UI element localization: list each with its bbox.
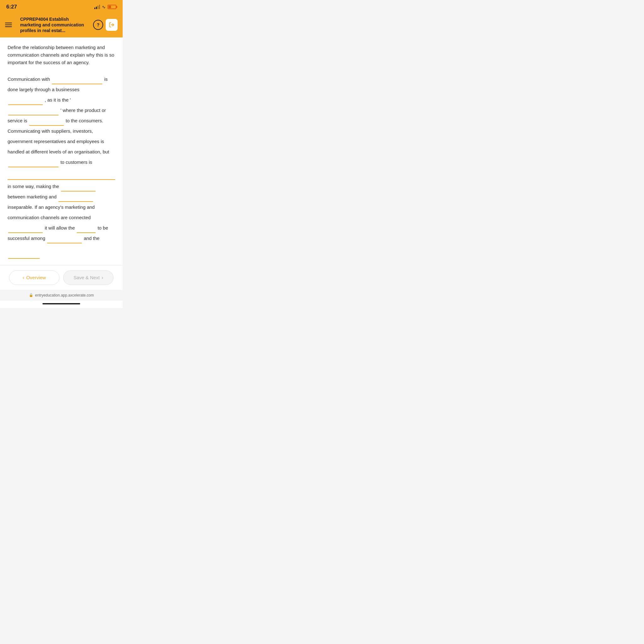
text-in-some-way: in some way, making the bbox=[8, 184, 60, 189]
blank-11[interactable] bbox=[47, 237, 82, 243]
blank-10[interactable] bbox=[77, 227, 96, 233]
blank-9[interactable] bbox=[8, 227, 43, 233]
signal-icon bbox=[94, 5, 100, 9]
blank-12[interactable] bbox=[8, 253, 40, 259]
text-inseparable: inseparable. If an agency's marketing an… bbox=[8, 204, 95, 220]
question-text: Define the relationship between marketin… bbox=[8, 44, 115, 66]
save-next-label: Save & Next bbox=[74, 275, 100, 280]
menu-button[interactable] bbox=[5, 19, 16, 31]
status-icons: ∿ bbox=[94, 4, 116, 9]
main-content: Define the relationship between marketin… bbox=[0, 37, 123, 265]
chevron-left-icon: ‹ bbox=[23, 275, 24, 280]
lock-icon: 🔒 bbox=[29, 293, 33, 297]
home-bar bbox=[42, 303, 80, 304]
chevron-right-icon: › bbox=[102, 275, 103, 280]
app-header: CPPREP4004 Establish marketing and commu… bbox=[0, 14, 123, 37]
menu-line bbox=[5, 23, 12, 23]
blank-7[interactable] bbox=[61, 185, 96, 192]
overview-button[interactable]: ‹ Overview bbox=[9, 270, 59, 285]
blank-4[interactable] bbox=[29, 119, 64, 126]
status-bar: 6:27 ∿ bbox=[0, 0, 123, 14]
save-next-button[interactable]: Save & Next › bbox=[63, 270, 114, 285]
status-time: 6:27 bbox=[6, 4, 17, 10]
course-title: CPPREP4004 Establish marketing and commu… bbox=[20, 16, 89, 34]
home-indicator bbox=[0, 301, 123, 308]
fill-in-blank-text: Communication with is done largely throu… bbox=[8, 74, 115, 259]
blank-3[interactable] bbox=[8, 109, 58, 115]
text-it-will: it will allow the bbox=[45, 225, 76, 230]
blank-8[interactable] bbox=[58, 196, 93, 202]
blank-2[interactable] bbox=[8, 99, 43, 105]
blank-1[interactable] bbox=[52, 78, 102, 84]
text-and-the: and the bbox=[84, 236, 99, 241]
exit-button[interactable] bbox=[106, 19, 118, 31]
blank-6-long[interactable] bbox=[8, 174, 115, 180]
url-text: entryeducation.app.axcelerate.com bbox=[35, 293, 94, 297]
text-communication-with: Communication with bbox=[8, 76, 51, 82]
text-comma: , as it is the ' bbox=[45, 97, 71, 103]
overview-label: Overview bbox=[26, 275, 46, 280]
bottom-navigation: ‹ Overview Save & Next › bbox=[0, 265, 123, 290]
text-to: to customers is bbox=[60, 159, 92, 165]
text-between: between marketing and bbox=[8, 194, 58, 199]
exit-icon bbox=[109, 22, 114, 28]
menu-line bbox=[5, 26, 12, 27]
help-button[interactable]: ? bbox=[93, 20, 103, 30]
menu-line bbox=[5, 25, 12, 25]
header-actions: ? bbox=[93, 19, 118, 31]
wifi-icon: ∿ bbox=[102, 4, 106, 9]
blank-5[interactable] bbox=[8, 161, 58, 167]
battery-icon bbox=[108, 5, 116, 9]
url-bar: 🔒 entryeducation.app.axcelerate.com bbox=[0, 290, 123, 301]
